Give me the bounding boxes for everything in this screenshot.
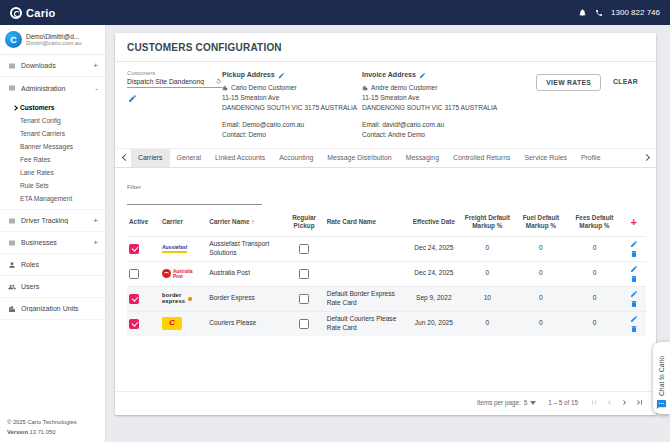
tab-carriers[interactable]: Carriers bbox=[131, 149, 170, 167]
filter-section: Filter bbox=[115, 168, 656, 207]
customer-select-value: Dispatch Site Dandenong bbox=[127, 78, 212, 85]
table-row: C Couriers Please Default Couriers Pleas… bbox=[127, 311, 646, 336]
pickup-company: Cario Demo Customer bbox=[231, 83, 297, 93]
col-header-active: Active bbox=[127, 209, 160, 236]
delete-row-icon[interactable] bbox=[630, 275, 638, 283]
col-header-fees-markup: Fees Default Markup % bbox=[568, 209, 622, 236]
sidebar-item-users[interactable]: Users bbox=[0, 276, 105, 298]
carrier-name-cell: Border Express bbox=[207, 286, 283, 311]
tab-controlled-returns[interactable]: Controlled Returns bbox=[446, 149, 517, 167]
add-carrier-button[interactable]: + bbox=[630, 216, 636, 228]
user-menu[interactable]: C Demo\Dimitri@d... Dimitri@cario.com.au bbox=[0, 25, 105, 55]
delete-row-icon[interactable] bbox=[630, 325, 638, 333]
col-header-fuel-markup: Fuel Default Markup % bbox=[514, 209, 568, 236]
customer-info-section: Customers Dispatch Site Dandenong Pickup… bbox=[115, 62, 656, 146]
edit-row-icon[interactable] bbox=[630, 265, 638, 273]
last-page-button[interactable] bbox=[635, 398, 644, 407]
sidebar-item-label: Organization Units bbox=[21, 305, 98, 312]
edit-invoice-address-icon[interactable] bbox=[419, 72, 426, 79]
customer-select[interactable]: Dispatch Site Dandenong bbox=[127, 78, 222, 88]
tab-linked-accounts[interactable]: Linked Accounts bbox=[208, 149, 272, 167]
next-page-button[interactable] bbox=[620, 398, 629, 407]
topbar: Cario 1300 822 746 bbox=[0, 0, 670, 25]
regular-pickup-checkbox[interactable] bbox=[299, 294, 309, 304]
col-header-effective-date: Effective Date bbox=[407, 209, 461, 236]
tabs-scroll-left[interactable] bbox=[119, 149, 131, 167]
user-meta: Demo\Dimitri@d... Dimitri@cario.com.au bbox=[26, 33, 82, 46]
freight-markup-cell: 0 bbox=[461, 311, 515, 336]
sidebar-item-customers[interactable]: Customers bbox=[0, 101, 105, 114]
prev-page-button[interactable] bbox=[605, 398, 614, 407]
col-header-carrier-name[interactable]: Carrier Name ↑ bbox=[207, 209, 283, 236]
tab-message-distribution[interactable]: Message Distribution bbox=[320, 149, 398, 167]
sidebar-item-tenant-carriers[interactable]: Tenant Carriers bbox=[0, 127, 105, 140]
delete-row-icon[interactable] bbox=[630, 250, 638, 258]
items-per-page-value: 5 bbox=[524, 399, 528, 406]
sidebar-item-roles[interactable]: Roles bbox=[0, 254, 105, 276]
edit-row-icon[interactable] bbox=[630, 315, 638, 323]
regular-pickup-checkbox[interactable] bbox=[299, 319, 309, 329]
sidebar-item-tenant-config[interactable]: Tenant Config bbox=[0, 114, 105, 127]
col-header-rate-card: Rate Card Name bbox=[325, 209, 407, 236]
tab-general[interactable]: General bbox=[170, 149, 209, 167]
reset-customer-icon[interactable] bbox=[215, 78, 222, 85]
active-checkbox[interactable] bbox=[129, 244, 139, 254]
tab-service-rules[interactable]: Service Rules bbox=[517, 149, 574, 167]
sidebar-item-fee-rates[interactable]: Fee Rates bbox=[0, 153, 105, 166]
first-page-button[interactable] bbox=[590, 398, 599, 407]
table-row: Aussiefast Aussiefast Transport Solution… bbox=[127, 236, 646, 261]
edit-customer-icon[interactable] bbox=[127, 94, 137, 103]
sidebar-item-organization-units[interactable]: Organization Units bbox=[0, 298, 105, 320]
tab-accounting[interactable]: Accounting bbox=[272, 149, 320, 167]
sidebar-item-banner-messages[interactable]: Banner Messages bbox=[0, 140, 105, 153]
sidebar-item-administration[interactable]: Administration - bbox=[0, 77, 105, 99]
carrier-name-cell: Couriers Please bbox=[207, 311, 283, 336]
tab-profile[interactable]: Profile bbox=[574, 149, 608, 167]
sidebar-item-businesses[interactable]: Businesses + bbox=[0, 232, 105, 254]
edit-row-icon[interactable] bbox=[630, 290, 638, 298]
pickup-address-title: Pickup Address bbox=[222, 70, 275, 81]
border-express-logo: borderexpress bbox=[162, 293, 205, 305]
chat-bubble-icon bbox=[656, 399, 667, 410]
administration-children: Customers Tenant Config Tenant Carriers … bbox=[0, 99, 105, 210]
phone-icon bbox=[595, 9, 603, 17]
list-icon bbox=[7, 62, 16, 70]
regular-pickup-checkbox[interactable] bbox=[299, 244, 309, 254]
chevron-right-icon bbox=[12, 105, 18, 111]
chat-widget[interactable]: Chat to Cario bbox=[653, 342, 670, 414]
invoice-company: Andre demo Customer bbox=[371, 83, 437, 93]
sidebar-child-label: Tenant Config bbox=[20, 117, 61, 124]
active-checkbox[interactable] bbox=[129, 294, 139, 304]
carrier-name-cell: Australia Post bbox=[207, 261, 283, 286]
active-checkbox[interactable] bbox=[129, 269, 139, 279]
cario-logo: Cario bbox=[10, 7, 56, 19]
clear-button[interactable]: CLEAR bbox=[607, 74, 644, 89]
sidebar-item-rule-sets[interactable]: Rule Sets bbox=[0, 179, 105, 192]
delete-row-icon[interactable] bbox=[630, 300, 638, 308]
regular-pickup-checkbox[interactable] bbox=[299, 269, 309, 279]
expand-icon: + bbox=[93, 216, 98, 225]
people-icon bbox=[7, 283, 16, 291]
sidebar-item-lane-rates[interactable]: Lane Rates bbox=[0, 166, 105, 179]
pickup-contact: Contact: Demo bbox=[222, 130, 362, 140]
sidebar-item-downloads[interactable]: Downloads + bbox=[0, 55, 105, 77]
tab-messaging[interactable]: Messaging bbox=[399, 149, 446, 167]
items-per-page[interactable]: Items per page: 5 bbox=[477, 399, 536, 406]
page-range: 1 – 5 of 15 bbox=[548, 399, 578, 406]
effective-date-cell: Jun 20, 2025 bbox=[407, 311, 461, 336]
active-checkbox[interactable] bbox=[129, 319, 139, 329]
edit-pickup-address-icon[interactable] bbox=[278, 72, 285, 79]
edit-row-icon[interactable] bbox=[630, 240, 638, 248]
bell-icon[interactable] bbox=[578, 8, 587, 17]
effective-date-cell: Dec 24, 2025 bbox=[407, 261, 461, 286]
customer-select-column: Customers Dispatch Site Dandenong bbox=[127, 70, 222, 140]
view-rates-button[interactable]: VIEW RATES bbox=[536, 74, 601, 91]
sidebar-item-driver-tracking[interactable]: Driver Tracking + bbox=[0, 210, 105, 232]
invoice-contact: Contact: Andre Demo bbox=[362, 130, 502, 140]
person-icon bbox=[7, 261, 16, 269]
sidebar-item-eta-management[interactable]: ETA Management bbox=[0, 192, 105, 205]
tabs-scroll-right[interactable] bbox=[640, 149, 652, 167]
filter-input[interactable] bbox=[127, 193, 262, 205]
paginator: Items per page: 5 1 – 5 of 15 bbox=[115, 391, 656, 415]
carriers-table: Active Carrier Carrier Name ↑ Regular Pi… bbox=[127, 209, 646, 336]
